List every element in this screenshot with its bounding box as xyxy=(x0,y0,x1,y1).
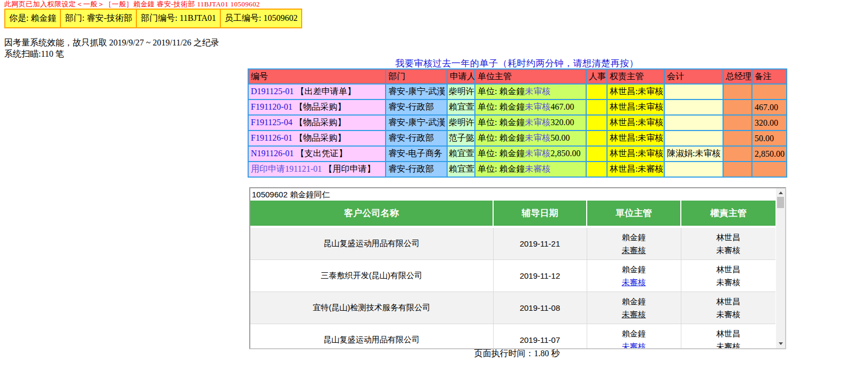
resp-manager-cell: 林世昌未審核 xyxy=(681,227,775,260)
accounting-cell xyxy=(664,162,723,177)
vertical-scrollbar[interactable] xyxy=(776,188,785,348)
resp-manager-name: 林世昌 xyxy=(716,297,740,306)
approval-row: F191120-01 【物品采购】 睿安-行政部 賴宜萱 单位: 賴金鐘未审核4… xyxy=(248,99,787,115)
doc-id-cell: F191125-04 【物品采购】 xyxy=(248,115,386,131)
resp-manager-name: 林世昌 xyxy=(716,265,740,274)
doc-id-link[interactable]: F191125-04 xyxy=(251,118,293,127)
company-cell: 昆山复盛运动用品有限公司 xyxy=(250,227,493,260)
gm-cell xyxy=(723,99,752,115)
resp-manager-cell: 林世昌:未审核 xyxy=(607,99,664,115)
coaching-panel: 10509602 賴金鐘同仁 客户公司名称 辅导日期 單位主管 權責主管 昆山复… xyxy=(249,187,786,349)
system-notice: 因考量系统效能，故只抓取 2019/9/27 ~ 2019/11/26 之纪录 … xyxy=(4,37,219,59)
unit-manager-cell: 单位: 賴金鐘未审核2,850.00 xyxy=(475,146,586,162)
dept-cell: 睿安-康宁-武漢 xyxy=(386,115,447,131)
review-past-year-heading: 我要审核过去一年的单子（耗时约两分钟，请想清楚再按） xyxy=(248,57,786,70)
resp-manager-cell: 林世昌:未审核 xyxy=(607,84,664,99)
coaching-row: 宜特(昆山)检测技术服务有限公司 2019-11-08 賴金鐘未審核 林世昌未審… xyxy=(250,292,775,324)
unit-manager-label: 单位: 賴金鐘 xyxy=(478,133,525,142)
applicant-cell: 范子懿 xyxy=(447,131,475,146)
scroll-down-button[interactable] xyxy=(776,339,785,348)
applicant-cell: 賴宜萱 xyxy=(447,146,475,162)
gm-cell xyxy=(723,146,752,162)
accounting-cell xyxy=(664,99,723,115)
unit-approve-link[interactable]: 未审核 xyxy=(525,87,550,96)
scroll-up-button[interactable] xyxy=(776,188,785,197)
col-header-accounting: 会计 xyxy=(664,69,723,84)
col-header-resp-manager: 权责主管 xyxy=(607,69,664,84)
resp-manager-cell: 林世昌:未审核 xyxy=(607,115,664,131)
dept-cell: 睿安-行政部 xyxy=(386,162,447,177)
unit-manager-label: 单位: 賴金鐘 xyxy=(478,87,525,96)
doc-type-label: 【用印申请】 xyxy=(324,164,375,173)
doc-id-link[interactable]: F191120-01 xyxy=(251,102,293,111)
unit-manager-cell: 賴金鐘未審核 xyxy=(587,227,681,260)
remark-cell: 467.00 xyxy=(752,99,787,115)
col-header-remark: 备注 xyxy=(752,69,787,84)
doc-type-label: 【出差申请单】 xyxy=(296,87,356,96)
unit-approve-link[interactable]: 未审核 xyxy=(525,118,550,127)
doc-id-cell: F191120-01 【物品采购】 xyxy=(248,99,386,115)
coaching-table: 客户公司名称 辅导日期 單位主管 權責主管 昆山复盛运动用品有限公司 2019-… xyxy=(250,201,775,349)
col-header-hr: 人事 xyxy=(586,69,607,84)
unit-manager-cell: 单位: 賴金鐘未审核467.00 xyxy=(475,99,586,115)
unit-manager-cell: 单位: 賴金鐘未審核 xyxy=(475,162,586,177)
scrollbar-thumb[interactable] xyxy=(777,197,784,208)
unit-manager-cell: 賴金鐘未審核 xyxy=(587,324,681,350)
doc-id-link[interactable]: N191126-01 xyxy=(251,149,294,158)
gm-cell xyxy=(723,131,752,146)
unit-manager-cell: 賴金鐘未審核 xyxy=(587,260,681,292)
unit-amount: 2,850.00 xyxy=(550,149,580,158)
remark-cell xyxy=(752,84,787,99)
applicant-cell: 賴宜萱 xyxy=(447,99,475,115)
remark-cell: 2,850.00 xyxy=(752,146,787,162)
unit-approve-link[interactable]: 未審核 xyxy=(525,164,550,173)
approval-row: N191126-01 【支出凭证】 睿安-电子商务 賴宜萱 单位: 賴金鐘未审核… xyxy=(248,146,787,162)
col-header-id: 编号 xyxy=(248,69,386,84)
dept-cell: 睿安-电子商务 xyxy=(386,146,447,162)
review-past-year-link[interactable]: 我要审核过去一年的单子（耗时约两分钟，请想清楚再按） xyxy=(395,58,639,68)
company-cell: 宜特(昆山)检测技术服务有限公司 xyxy=(250,292,493,324)
doc-id-cell: N191126-01 【支出凭证】 xyxy=(248,146,386,162)
unit-manager-label: 单位: 賴金鐘 xyxy=(478,164,525,173)
unit-review-link[interactable]: 未審核 xyxy=(622,278,646,287)
gm-cell xyxy=(723,162,752,177)
remark-cell xyxy=(752,162,787,177)
applicant-cell: 賴宜萱 xyxy=(447,162,475,177)
dept-cell: 睿安-行政部 xyxy=(386,131,447,146)
gm-cell xyxy=(723,84,752,99)
doc-id-cell: F191126-01 【物品采购】 xyxy=(248,131,386,146)
unit-approve-link[interactable]: 未审核 xyxy=(525,133,550,142)
unit-manager-label: 单位: 賴金鐘 xyxy=(478,102,525,111)
col-header-unit-manager: 单位主管 xyxy=(475,69,586,84)
doc-id-link[interactable]: F191126-01 xyxy=(251,133,293,142)
scroll-down-icon xyxy=(779,342,783,345)
approval-row: F191126-01 【物品采购】 睿安-行政部 范子懿 单位: 賴金鐘未审核5… xyxy=(248,131,787,146)
doc-id-link[interactable]: D191125-01 xyxy=(251,87,294,96)
date-cell: 2019-11-21 xyxy=(493,227,587,260)
doc-id-link[interactable]: 用印申请191121-01 xyxy=(251,164,322,173)
unit-approve-link[interactable]: 未审核 xyxy=(525,102,550,111)
user-info-who: 你是: 賴金鐘 xyxy=(5,9,60,28)
doc-type-label: 【支出凭证】 xyxy=(296,149,347,158)
unit-review-link[interactable]: 未審核 xyxy=(622,310,646,319)
resp-manager-cell: 林世昌:未审核 xyxy=(607,131,664,146)
date-cell: 2019-11-08 xyxy=(493,292,587,324)
resp-status: 未審核 xyxy=(716,310,740,319)
dept-cell: 睿安-行政部 xyxy=(386,99,447,115)
unit-approve-link[interactable]: 未审核 xyxy=(525,149,550,158)
company-cell: 昆山复盛运动用品有限公司 xyxy=(250,324,493,350)
unit-manager-name: 賴金鐘 xyxy=(622,265,646,274)
unit-review-link[interactable]: 未審核 xyxy=(622,246,646,255)
resp-manager-name: 林世昌 xyxy=(716,233,740,242)
user-info-box: 你是: 賴金鐘 部门: 睿安-技術部 部门编号: 11BJTA01 员工编号: … xyxy=(4,9,302,28)
doc-type-label: 【物品采购】 xyxy=(295,118,346,127)
doc-type-label: 【物品采购】 xyxy=(295,102,346,111)
scroll-up-icon xyxy=(779,191,783,194)
resp-manager-cell: 林世昌未審核 xyxy=(681,292,775,324)
accounting-cell: 陳淑娟:未审核 xyxy=(664,146,723,162)
permission-banner: 此网页已加入权限设定＜一般＞［一般］賴金鐘 睿安-技術部 11BJTA01 10… xyxy=(4,0,260,9)
unit-manager-cell: 单位: 賴金鐘未审核 xyxy=(475,84,586,99)
accounting-cell xyxy=(664,115,723,131)
date-cell: 2019-11-07 xyxy=(493,324,587,350)
doc-type-label: 【物品采购】 xyxy=(295,133,346,142)
